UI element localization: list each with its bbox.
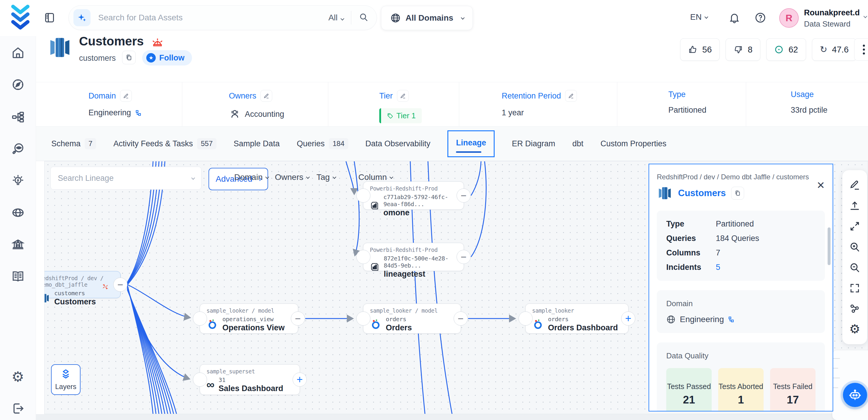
sidebar-item-insights[interactable] <box>8 171 28 191</box>
panel-scrollbar[interactable] <box>828 228 831 265</box>
thumbs-up-icon <box>688 45 698 54</box>
sidebar-item-settings[interactable]: ⚙ <box>8 366 28 387</box>
lineage-config-icon[interactable] <box>848 302 862 315</box>
follow-button[interactable]: ★ Follow <box>142 50 192 65</box>
ai-sparkle-icon[interactable] <box>73 9 91 26</box>
chat-assistant-button[interactable] <box>843 383 867 407</box>
zoom-in-icon[interactable] <box>848 240 862 253</box>
export-lineage-icon[interactable] <box>848 199 862 213</box>
tab-dbt[interactable]: dbt <box>572 139 583 148</box>
language-selector[interactable]: EN <box>690 12 707 22</box>
expand-handle[interactable]: + <box>292 372 307 387</box>
tab-activity-feeds[interactable]: Activity Feeds & Tasks557 <box>113 138 216 149</box>
tier-label[interactable]: Tier <box>379 91 393 100</box>
version-button[interactable]: ↻ 47.6 <box>812 38 857 61</box>
sidebar-item-glossary[interactable] <box>8 266 28 287</box>
tab-sample-data[interactable]: Sample Data <box>234 139 280 148</box>
tests-aborted-tile[interactable]: Tests Aborted 1 <box>718 368 764 412</box>
app-logo-icon[interactable] <box>11 5 30 31</box>
redshift-service-icon <box>47 35 72 61</box>
node-handle[interactable] <box>356 311 370 326</box>
filter-column[interactable]: Column <box>358 173 392 182</box>
layers-button[interactable]: Layers <box>51 364 81 395</box>
lineage-node-sales-dashboard[interactable]: sample_superset ∞ 31 Sales Dashboard + <box>200 364 300 395</box>
user-menu-chevron-icon[interactable] <box>864 14 867 18</box>
help-icon[interactable] <box>754 12 766 25</box>
all-domains-selector[interactable]: All Domains <box>381 6 473 30</box>
tab-lineage[interactable]: Lineage <box>447 130 495 157</box>
panel-domain-value[interactable]: Engineering <box>680 315 724 324</box>
node-handle[interactable] <box>356 250 370 264</box>
notifications-bell-icon[interactable] <box>728 12 740 25</box>
downvote-button[interactable]: 8 <box>725 38 761 61</box>
filter-domain[interactable]: Domain <box>234 173 268 182</box>
lineage-node-lineagetest[interactable]: Powerbi-Redshift-Prod 872e1f0c-500e-4e28… <box>363 243 464 271</box>
edit-retention-icon[interactable] <box>565 90 577 102</box>
copy-fqn-button[interactable] <box>731 187 744 200</box>
edit-owners-icon[interactable] <box>260 90 272 102</box>
collapse-handle[interactable]: − <box>113 277 127 292</box>
owners-value[interactable]: Accounting <box>245 110 284 119</box>
upvote-button[interactable]: 56 <box>680 38 720 61</box>
edit-tier-icon[interactable] <box>397 90 409 102</box>
lineage-node-orders[interactable]: sample_looker / model orders Orders − <box>363 303 461 334</box>
sidebar-item-logout[interactable] <box>8 398 28 419</box>
lineage-node-orders-dashboard[interactable]: sample_looker orders Orders Dashboard + <box>525 303 628 334</box>
fit-view-icon[interactable] <box>848 219 862 233</box>
node-handle[interactable] <box>193 372 207 387</box>
sidebar-item-data-flow[interactable] <box>8 107 28 127</box>
domain-value[interactable]: Engineering <box>89 108 131 117</box>
lineage-node-customers[interactable]: RedshiftProd / dev / demo_dbt_jaffle cus… <box>44 271 121 298</box>
search-icon[interactable] <box>359 12 368 23</box>
sidebar-item-govern[interactable] <box>8 234 28 255</box>
tier-badge[interactable]: Tier 1 <box>379 108 422 123</box>
edit-domain-icon[interactable] <box>120 90 132 102</box>
tests-passed-tile[interactable]: Tests Passed 21 <box>666 368 712 412</box>
copy-name-button[interactable] <box>122 51 136 64</box>
tab-custom-properties[interactable]: Custom Properties <box>600 139 666 148</box>
sidebar-item-home[interactable] <box>8 42 28 63</box>
collapse-handle[interactable]: − <box>291 311 305 326</box>
close-icon[interactable]: ✕ <box>817 180 825 190</box>
lineage-search-input[interactable] <box>58 174 188 183</box>
collapse-handle[interactable]: − <box>454 311 468 326</box>
type-label[interactable]: Type <box>668 90 686 99</box>
tab-schema[interactable]: Schema7 <box>51 138 96 149</box>
fullscreen-icon[interactable] <box>848 281 862 295</box>
more-actions-button[interactable] <box>854 38 868 61</box>
search-input[interactable] <box>98 13 328 22</box>
tab-data-observability[interactable]: Data Observability <box>365 139 431 148</box>
collapse-handle[interactable]: − <box>457 188 471 203</box>
search-scope-dropdown[interactable]: All <box>328 13 343 22</box>
user-avatar[interactable]: R <box>779 8 799 28</box>
sidebar-toggle-icon[interactable] <box>44 12 56 25</box>
tests-failed-tile[interactable]: Tests Failed 17 <box>770 368 815 412</box>
lineage-settings-icon[interactable]: ⚙ <box>848 322 862 336</box>
sidebar-item-domains[interactable] <box>8 202 28 223</box>
lineage-node-omone[interactable]: Powerbi-Redshift-Prod c771ab29-5792-46fc… <box>363 181 464 210</box>
lineage-node-operations-view[interactable]: sample_looker / model operations_view Op… <box>200 303 298 334</box>
sidebar-item-observability[interactable] <box>8 139 28 159</box>
node-handle[interactable] <box>193 311 207 326</box>
edit-lineage-icon[interactable] <box>848 178 862 192</box>
tab-queries[interactable]: Queries184 <box>297 138 348 149</box>
node-handle[interactable] <box>519 311 533 326</box>
collapse-handle[interactable]: − <box>457 250 471 264</box>
node-handle[interactable] <box>356 188 370 203</box>
usage-label[interactable]: Usage <box>791 90 814 99</box>
owners-label[interactable]: Owners <box>229 91 256 100</box>
sidebar-item-explore[interactable] <box>8 74 28 95</box>
retention-label[interactable]: Retention Period <box>502 91 561 100</box>
expand-handle[interactable]: + <box>621 311 635 326</box>
domain-label[interactable]: Domain <box>89 91 116 100</box>
zoom-out-icon[interactable] <box>848 261 862 274</box>
quality-score-button[interactable]: 62 <box>766 38 806 61</box>
alert-siren-icon[interactable] <box>151 36 164 50</box>
meta-owners: Owners Accounting <box>182 82 328 126</box>
filter-tag[interactable]: Tag <box>316 173 335 182</box>
incidents-link[interactable]: 5 <box>716 263 815 272</box>
breadcrumb[interactable]: RedshiftProd / dev / Demo dbt Jaffle / c… <box>657 171 816 182</box>
panel-entity-link[interactable]: Customers <box>678 188 726 199</box>
tab-er-diagram[interactable]: ER Diagram <box>512 139 555 148</box>
filter-owners[interactable]: Owners <box>275 173 309 182</box>
